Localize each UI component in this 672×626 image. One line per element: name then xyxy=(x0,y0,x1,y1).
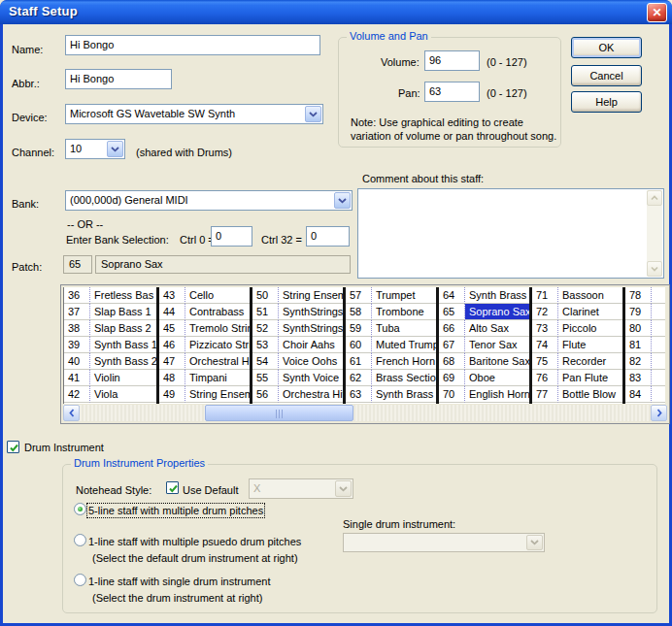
patch-name-cell[interactable]: Tuba xyxy=(372,320,436,337)
patch-name-cell[interactable] xyxy=(652,353,665,370)
ctrl32-input[interactable]: 0 xyxy=(306,226,350,247)
patch-number-cell[interactable]: 59 xyxy=(346,320,372,337)
scroll-down-icon[interactable] xyxy=(647,261,662,277)
patch-number-cell[interactable]: 40 xyxy=(64,353,90,370)
patch-name-cell[interactable]: Voice Oohs xyxy=(279,353,343,370)
hscroll-thumb[interactable] xyxy=(205,405,353,421)
patch-name-cell[interactable]: Synth Voice xyxy=(279,370,343,386)
patch-number-cell[interactable]: 84 xyxy=(625,386,652,403)
patch-number-cell[interactable]: 55 xyxy=(252,370,279,386)
patch-number-cell[interactable]: 51 xyxy=(252,304,279,320)
patch-name-cell[interactable]: Orchestral H xyxy=(185,353,250,370)
patch-name-cell[interactable]: Synth Bass 1 xyxy=(90,337,156,353)
patch-name-cell[interactable]: Pizzicato Stri xyxy=(185,337,250,353)
help-button[interactable]: Help xyxy=(571,91,642,113)
patch-name-cell[interactable]: Violin xyxy=(90,370,156,386)
patch-name-cell[interactable]: French Horn xyxy=(372,353,436,370)
patch-number-cell[interactable]: 48 xyxy=(159,370,185,386)
comment-textarea[interactable] xyxy=(357,188,664,279)
patch-name-cell[interactable]: Tenor Sax xyxy=(465,337,529,353)
patch-number-cell[interactable]: 43 xyxy=(159,287,185,304)
radio-1line-single-label[interactable]: 1-line staff with single drum instrument xyxy=(88,576,271,587)
patch-number-cell[interactable]: 71 xyxy=(532,287,558,304)
abbr-input[interactable]: Hi Bongo xyxy=(65,69,172,89)
patch-number-cell[interactable]: 36 xyxy=(64,287,90,304)
chevron-down-icon[interactable] xyxy=(305,106,321,122)
title-bar[interactable]: Staff Setup ✕ xyxy=(0,0,672,24)
comment-scrollbar[interactable] xyxy=(647,190,662,277)
patch-number-cell[interactable]: 41 xyxy=(64,370,90,386)
name-input[interactable]: Hi Bongo xyxy=(65,35,320,55)
patch-number-cell[interactable]: 72 xyxy=(532,304,558,320)
patch-number-cell[interactable]: 56 xyxy=(252,386,279,403)
patch-number-cell[interactable]: 78 xyxy=(625,287,652,304)
patch-name-cell[interactable]: Alto Sax xyxy=(465,320,529,337)
patch-number-cell[interactable]: 69 xyxy=(439,370,465,386)
hscroll-track[interactable] xyxy=(80,405,651,421)
patch-name-cell[interactable]: SynthStrings xyxy=(279,320,343,337)
patch-number-cell[interactable]: 50 xyxy=(252,287,279,304)
chevron-down-icon[interactable] xyxy=(334,192,351,209)
patch-number-cell[interactable]: 58 xyxy=(346,304,372,320)
patch-name-cell[interactable]: Pan Flute xyxy=(558,370,622,386)
scroll-left-icon[interactable] xyxy=(63,405,80,421)
patch-name-cell[interactable]: Slap Bass 2 xyxy=(90,320,156,337)
patch-name-cell[interactable] xyxy=(652,320,665,337)
patch-name-cell[interactable] xyxy=(652,386,665,403)
patch-name-cell[interactable] xyxy=(652,370,665,386)
ok-button[interactable]: OK xyxy=(571,37,642,58)
drum-instrument-checkbox[interactable] xyxy=(7,441,19,453)
patch-name-cell[interactable]: Tremolo Strin xyxy=(185,320,250,337)
patch-number-cell[interactable]: 44 xyxy=(159,304,185,320)
patch-name-cell[interactable]: Baritone Sax xyxy=(465,353,529,370)
patch-number-cell[interactable]: 38 xyxy=(64,320,90,337)
scroll-right-icon[interactable] xyxy=(651,405,667,421)
patch-number-cell[interactable]: 81 xyxy=(625,337,652,353)
patch-number-cell[interactable]: 46 xyxy=(159,337,185,353)
patch-number-cell[interactable]: 53 xyxy=(252,337,279,353)
use-default-checkbox[interactable] xyxy=(166,481,179,494)
patch-number-cell[interactable]: 73 xyxy=(532,320,558,337)
patch-name-cell[interactable]: Flute xyxy=(558,337,622,353)
patch-number-cell[interactable]: 64 xyxy=(439,287,465,304)
patch-name-cell[interactable]: Synth Bass 2 xyxy=(90,353,156,370)
patch-name-cell[interactable] xyxy=(652,304,665,320)
patch-name-cell[interactable]: Brass Sectio xyxy=(372,370,436,386)
patch-name-cell[interactable]: SynthStrings xyxy=(279,304,343,320)
patch-name-cell[interactable]: Slap Bass 1 xyxy=(90,304,156,320)
patch-name-cell[interactable]: Muted Trump xyxy=(372,337,436,353)
patch-name-cell[interactable]: Bottle Blow xyxy=(558,386,622,403)
patch-number-cell[interactable]: 79 xyxy=(625,304,652,320)
patch-name-cell[interactable]: Piccolo xyxy=(558,320,622,337)
radio-5line-multiple[interactable] xyxy=(74,503,86,515)
patch-name-cell[interactable]: Bassoon xyxy=(558,287,622,304)
ctrl0-input[interactable]: 0 xyxy=(211,226,252,247)
patch-number-cell[interactable]: 68 xyxy=(439,353,465,370)
cancel-button[interactable]: Cancel xyxy=(571,65,642,86)
patch-number-cell[interactable]: 65 xyxy=(439,304,465,320)
chevron-down-icon[interactable] xyxy=(107,141,123,157)
patch-number-cell[interactable]: 66 xyxy=(439,320,465,337)
radio-1line-pseudo[interactable] xyxy=(74,534,86,546)
patch-number-cell[interactable]: 52 xyxy=(252,320,279,337)
patch-number-cell[interactable]: 61 xyxy=(346,353,372,370)
patch-name-cell[interactable]: Trombone xyxy=(372,304,436,320)
scroll-up-icon[interactable] xyxy=(647,190,662,206)
radio-1line-single[interactable] xyxy=(74,574,86,586)
patch-name-cell-selected[interactable]: Soprano Sax xyxy=(465,304,529,320)
patch-name-cell[interactable]: String Ensem xyxy=(185,386,250,403)
patch-number-cell[interactable]: 37 xyxy=(64,304,90,320)
close-button[interactable]: ✕ xyxy=(647,3,667,22)
patch-name-cell[interactable] xyxy=(652,337,665,353)
patch-name-cell[interactable]: Synth Brass xyxy=(372,386,436,403)
radio-1line-pseudo-label[interactable]: 1-line staff with multiple psuedo drum p… xyxy=(88,536,301,547)
patch-name-cell[interactable]: Synth Brass xyxy=(465,287,529,304)
patch-number-cell[interactable]: 75 xyxy=(532,353,558,370)
patch-name-cell[interactable]: Contrabass xyxy=(185,304,250,320)
patch-name-cell[interactable]: Choir Aahs xyxy=(279,337,343,353)
radio-5line-multiple-label[interactable]: 5-line staff with multiple drum pitches xyxy=(88,505,263,516)
patch-number-cell[interactable]: 80 xyxy=(625,320,652,337)
patch-number-cell[interactable]: 60 xyxy=(346,337,372,353)
patch-name-cell[interactable]: Viola xyxy=(90,386,156,403)
patch-number-cell[interactable]: 74 xyxy=(532,337,558,353)
